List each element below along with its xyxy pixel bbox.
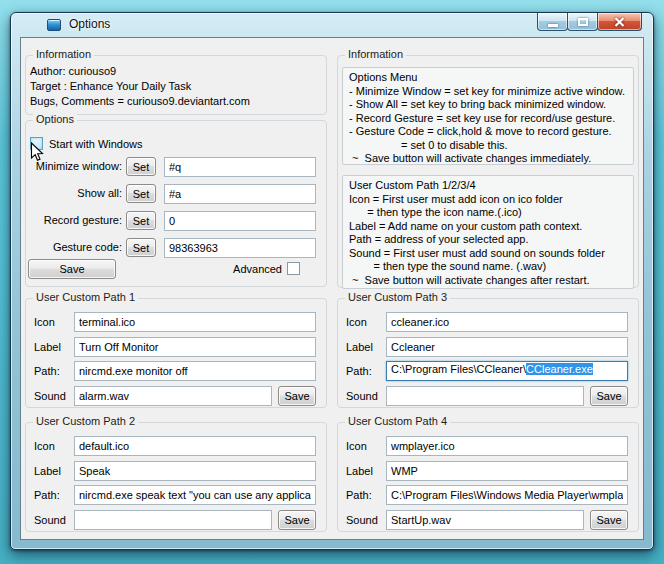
maximize-button[interactable]: [567, 13, 598, 31]
group-custom-path-1: User Custom Path 1 Icon Label Path: Soun…: [25, 298, 327, 408]
icon-input[interactable]: [74, 312, 316, 332]
icon-input[interactable]: [386, 436, 628, 456]
icon-input[interactable]: [74, 436, 316, 456]
group-title: User Custom Path 1: [33, 291, 138, 303]
path-label: Path:: [34, 364, 72, 378]
save-path-1-button[interactable]: Save: [278, 386, 316, 406]
show-all-key-input[interactable]: [164, 184, 316, 204]
close-icon: [614, 17, 625, 27]
group-information-left: Information Author: curiouso9 Target : E…: [25, 55, 327, 115]
set-gesture-code-button[interactable]: Set: [126, 238, 156, 257]
set-minimize-button[interactable]: Set: [126, 157, 156, 176]
group-custom-path-4: User Custom Path 4 Icon Label Path: Soun…: [337, 422, 639, 532]
sound-input[interactable]: [74, 386, 272, 406]
path-input-focused[interactable]: C:\Program Files\CCleaner\CCleaner.exe: [386, 361, 628, 381]
icon-label: Icon: [346, 315, 384, 329]
sound-input[interactable]: [386, 386, 584, 406]
label-label: Label: [346, 340, 384, 354]
client-area: Information Author: curiouso9 Target : E…: [20, 37, 644, 540]
app-icon: [47, 19, 61, 31]
save-path-2-button[interactable]: Save: [278, 510, 316, 530]
minimize-button[interactable]: [537, 13, 568, 31]
sound-label: Sound: [346, 513, 384, 527]
group-title: User Custom Path 2: [33, 415, 138, 427]
desktop: Options Information Author: curio: [0, 0, 664, 564]
icon-input[interactable]: [386, 312, 628, 332]
path-label: Path:: [346, 488, 384, 502]
info-left-text: Author: curiouso9 Target : Enhance Your …: [30, 64, 250, 109]
set-record-gesture-button[interactable]: Set: [126, 211, 156, 230]
label-input[interactable]: [74, 461, 316, 481]
group-information-right: Information Options Menu - Minimize Wind…: [337, 55, 639, 288]
label-input[interactable]: [386, 337, 628, 357]
options-window: Options Information Author: curio: [10, 12, 654, 550]
group-title: Information: [345, 48, 406, 60]
advanced-label: Advanced: [233, 262, 282, 276]
minimize-key-input[interactable]: [164, 157, 316, 177]
gesture-code-input[interactable]: [164, 238, 316, 258]
path-text: C:\Program Files\CCleaner\: [391, 363, 526, 375]
mouse-cursor: [30, 142, 44, 163]
group-options: Options Start with Windows Minimize wind…: [25, 120, 327, 287]
sound-input[interactable]: [74, 510, 272, 530]
path-label: Path:: [346, 364, 384, 378]
close-button[interactable]: [597, 13, 642, 31]
group-custom-path-3: User Custom Path 3 Icon Label Path: C:\P…: [337, 298, 639, 408]
path-input[interactable]: [74, 361, 316, 381]
titlebar[interactable]: Options: [11, 13, 653, 37]
path-input[interactable]: [74, 485, 316, 505]
label-input[interactable]: [386, 461, 628, 481]
group-title: Options: [33, 113, 77, 125]
caption-buttons: [538, 13, 642, 31]
custom-path-help-text: User Custom Path 1/2/3/4 Icon = First us…: [342, 175, 634, 289]
advanced-checkbox[interactable]: [287, 262, 300, 275]
window-title: Options: [69, 17, 110, 31]
minimize-icon: [548, 24, 558, 27]
show-all-label: Show all:: [26, 187, 122, 199]
record-gesture-label: Record gesture:: [26, 214, 122, 226]
start-with-windows-label: Start with Windows: [49, 137, 143, 151]
path-input[interactable]: [386, 485, 628, 505]
options-menu-help-text: Options Menu - Minimize Window = set key…: [342, 67, 634, 165]
icon-label: Icon: [34, 439, 72, 453]
sound-label: Sound: [34, 389, 72, 403]
set-show-all-button[interactable]: Set: [126, 184, 156, 203]
path-selected-text: CCleaner.exe: [526, 363, 593, 375]
sound-label: Sound: [346, 389, 384, 403]
icon-label: Icon: [34, 315, 72, 329]
icon-label: Icon: [346, 439, 384, 453]
save-options-button[interactable]: Save: [28, 259, 116, 279]
gesture-code-label: Gesture code:: [26, 241, 122, 253]
label-label: Label: [34, 340, 72, 354]
sound-input[interactable]: [386, 510, 584, 530]
save-path-4-button[interactable]: Save: [590, 510, 628, 530]
record-gesture-input[interactable]: [164, 211, 316, 231]
label-label: Label: [34, 464, 72, 478]
group-title: User Custom Path 3: [345, 291, 450, 303]
label-label: Label: [346, 464, 384, 478]
maximize-icon: [578, 18, 588, 26]
group-title: Information: [33, 48, 94, 60]
save-path-3-button[interactable]: Save: [590, 386, 628, 406]
group-custom-path-2: User Custom Path 2 Icon Label Path: Soun…: [25, 422, 327, 532]
label-input[interactable]: [74, 337, 316, 357]
sound-label: Sound: [34, 513, 72, 527]
group-title: User Custom Path 4: [345, 415, 450, 427]
path-label: Path:: [34, 488, 72, 502]
